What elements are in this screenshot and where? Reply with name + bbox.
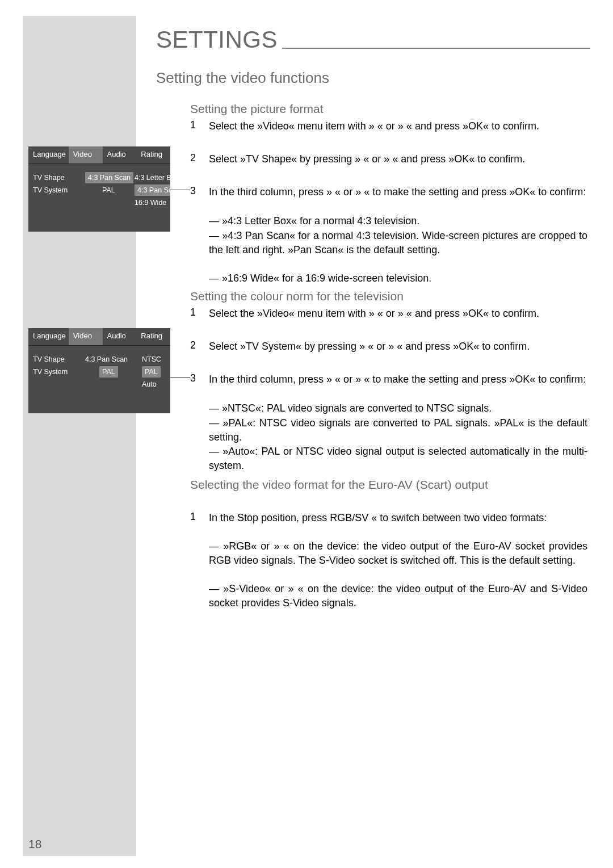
left-margin-band <box>23 16 136 856</box>
subheading-scart-output: Selecting the video format for the Euro-… <box>190 478 508 492</box>
osd-tabs: Language Video Audio Rating <box>28 328 170 346</box>
option-text: — »S-Video« or » « on the device: the vi… <box>209 582 587 610</box>
section-heading-video-functions: Setting the video functions <box>156 69 329 87</box>
osd-tab-video: Video <box>69 146 103 164</box>
step-number: 2 <box>190 339 196 351</box>
option-text: — »Auto«: PAL or NTSC video signal outpu… <box>209 445 587 473</box>
title-row: SETTINGS <box>156 26 590 53</box>
step-number: 3 <box>190 372 196 384</box>
osd-tab-rating: Rating <box>136 328 170 346</box>
step-text: Select »TV System« by pressing » « or » … <box>209 339 587 354</box>
osd-tab-audio: Audio <box>103 146 137 164</box>
osd-tab-rating: Rating <box>136 146 170 164</box>
osd-row-label: TV Shape <box>33 172 65 183</box>
osd-option-selected: PAL <box>142 366 161 378</box>
osd-option: 16:9 Wide <box>135 197 166 208</box>
osd-tab-audio: Audio <box>103 328 137 346</box>
page-title: SETTINGS <box>156 26 278 53</box>
option-text: — »NTSC«: PAL video signals are converte… <box>209 401 587 416</box>
osd-body: TV Shape 4:3 Pan Scan TV System PAL NTSC… <box>28 346 170 413</box>
osd-tab-language: Language <box>28 328 69 346</box>
osd-option: 4:3 Letter Box <box>135 172 170 183</box>
step-text: Select the »Video« menu item with » « or… <box>209 119 587 133</box>
callout-line <box>170 377 190 378</box>
osd-option: NTSC <box>142 354 161 365</box>
osd-tabs: Language Video Audio Rating <box>28 146 170 164</box>
osd-body: TV Shape 4:3 Pan Scan TV System PAL 4:3 … <box>28 164 170 232</box>
step-number: 2 <box>190 152 196 164</box>
osd-tab-language: Language <box>28 146 69 164</box>
osd-row-value: PAL <box>99 366 118 378</box>
subheading-picture-format: Setting the picture format <box>190 102 324 116</box>
page-number: 18 <box>28 837 41 851</box>
step-text: In the Stop position, press RGB/SV « to … <box>209 511 587 525</box>
title-rule <box>282 48 590 49</box>
osd-row-value: 4:3 Pan Scan <box>85 354 128 365</box>
callout-line <box>170 190 190 190</box>
step-text: In the third column, press » « or » « to… <box>209 185 587 199</box>
osd-row-label: TV System <box>33 366 68 378</box>
option-text: — »RGB« or » « on the device: the video … <box>209 539 587 568</box>
step-text: In the third column, press » « or » « to… <box>209 372 587 387</box>
step-number: 1 <box>190 511 196 523</box>
osd-menu-colour-norm: Language Video Audio Rating TV Shape 4:3… <box>28 328 170 413</box>
step-number: 3 <box>190 185 196 197</box>
step-number: 1 <box>190 119 196 131</box>
step-number: 1 <box>190 307 196 318</box>
option-text: — »16:9 Wide« for a 16:9 wide-screen tel… <box>209 271 587 286</box>
osd-menu-picture-format: Language Video Audio Rating TV Shape 4:3… <box>28 146 170 232</box>
osd-tab-video: Video <box>69 328 103 346</box>
osd-row-label: TV Shape <box>33 354 65 365</box>
option-text: — »4:3 Pan Scan« for a normal 4:3 televi… <box>209 229 587 257</box>
step-text: Select the »Video« menu item with » « or… <box>209 307 587 321</box>
step-text: Select »TV Shape« by pressing » « or » «… <box>209 152 587 166</box>
osd-row-value: 4:3 Pan Scan <box>85 172 133 183</box>
osd-row-label: TV System <box>33 184 68 196</box>
option-text: — »4:3 Letter Box« for a normal 4:3 tele… <box>209 214 587 228</box>
osd-option: Auto <box>142 379 157 390</box>
option-text: — »PAL«: NTSC video signals are converte… <box>209 416 587 445</box>
subheading-colour-norm: Setting the colour norm for the televisi… <box>190 290 404 303</box>
osd-row-value: PAL <box>102 184 115 196</box>
osd-option-selected: 4:3 Pan Scan <box>135 184 170 196</box>
